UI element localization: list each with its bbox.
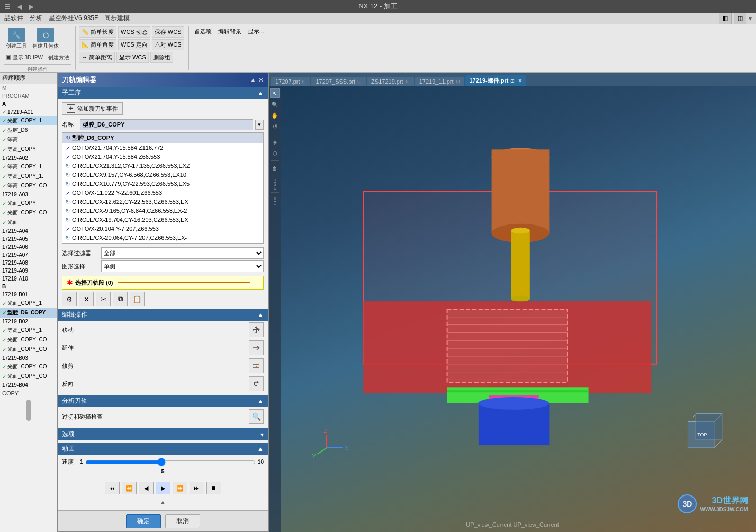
play-back-btn[interactable]: ◀ — [139, 482, 154, 494]
nav-item-b03-2[interactable]: ✓光面_COPY_CO — [0, 372, 57, 381]
path-list-item[interactable]: ↻CIRCLE/CX-20.064,CY-7.207,CZ66.553,EX- — [62, 233, 263, 242]
nav-item-b02-2[interactable]: ✓光面_COPY_CO — [0, 335, 57, 345]
edit-ops-collapse[interactable]: ▲ — [257, 311, 264, 319]
path-list-item[interactable]: ↻CIRCLE/CX9.157,CY-6.568,CZ66.553,EX10. — [62, 170, 263, 179]
menu-sync[interactable]: 同步建模 — [104, 14, 130, 23]
show-3d-ipw-btn[interactable]: ▣ 显示 3D IPW — [4, 52, 44, 62]
tool-btn-scissors[interactable]: ✂ — [96, 292, 111, 306]
nav-item-17219-a06[interactable]: 17219-A06 — [0, 243, 57, 251]
overcut-btn[interactable]: 🔍 — [249, 409, 264, 424]
move-icon-btn[interactable] — [249, 322, 264, 337]
path-list-item[interactable]: ↗GOTO/X-11.022,Y-22.601,Z66.553 — [62, 188, 263, 197]
nav-item-xingqiang-copy[interactable]: ✓型腔_D6_COPY — [0, 308, 57, 318]
tool-btn-settings[interactable]: ⚙ — [62, 292, 77, 306]
measure-angle-btn[interactable]: 📐 简单角度 — [79, 39, 116, 50]
path-list-item[interactable]: ↻CIRCLE/CX-12.622,CY-22.563,CZ66.553,EX — [62, 197, 263, 206]
vp-btn-delete2[interactable]: 🗑 — [270, 164, 280, 173]
add-new-event-btn[interactable]: + 添加新刀轨事件 — [62, 102, 123, 115]
path-item-header[interactable]: ↻ 型腔_D6_COPY — [62, 133, 263, 143]
path-list-item[interactable]: ↗GOTO/X21.704,Y-15.584,Z66.553 — [62, 152, 263, 161]
animation-collapse[interactable]: ▲ — [257, 445, 264, 453]
menu-item-3[interactable]: 星空外挂V6.935F — [49, 14, 98, 23]
nav-item-17219-b01[interactable]: 17219-B01 — [0, 291, 57, 299]
extend-icon-btn[interactable] — [249, 340, 264, 355]
viewport-3d[interactable]: ↖ 🔍 ✋ ↺ ◈ ⬡ 🗑 PNG PDF — [269, 86, 756, 532]
nav-item-b03-1[interactable]: ✓光面_COPY_CO — [0, 362, 57, 372]
path-list-item[interactable]: ↻CIRCLE/CX-19.704,CY-16.203,CZ66.553,EX — [62, 215, 263, 224]
nav-item-program[interactable]: PROGRAM — [0, 92, 57, 100]
window-controls[interactable]: ☰ ◀ ▶ — [2, 2, 36, 12]
nav-item-17219-a08[interactable]: 17219-A08 — [0, 259, 57, 267]
vp-btn-shading[interactable]: ◈ — [270, 137, 280, 147]
edit-bg-btn[interactable]: 编辑背景 — [216, 26, 244, 37]
dialog-close-btn[interactable]: ✕ — [258, 76, 264, 84]
tab-zs17219[interactable]: ZS17219.prt ⊡ — [367, 77, 414, 86]
sub-program-collapse[interactable]: ▲ — [257, 89, 264, 97]
wcs-dynamic-btn[interactable]: WCS 动态 — [118, 26, 150, 38]
scroll-more[interactable]: ▲ — [58, 497, 268, 508]
play-forward-btn[interactable]: ▶ — [156, 482, 170, 494]
nav-item-17219-a05[interactable]: 17219-A05 — [0, 235, 57, 243]
path-list[interactable]: ↻ 型腔_D6_COPY ↗GOTO/X21.704,Y-15.584,Z116… — [62, 132, 264, 244]
vp-btn-select[interactable]: ↖ — [270, 88, 280, 98]
create-method-btn[interactable]: 创建方法 — [47, 52, 71, 62]
reverse-icon-btn[interactable] — [249, 376, 264, 391]
filter-select[interactable]: 全部 — [101, 247, 264, 259]
display-btn[interactable]: 显示... — [246, 26, 266, 37]
nav-item-b02-3[interactable]: ✓光面_COPY_CO — [0, 345, 57, 354]
save-wcs-btn[interactable]: 保存 WCS — [152, 26, 184, 38]
analysis-collapse[interactable]: ▲ — [257, 398, 264, 405]
nav-item-denggao-copyco[interactable]: ✓等高_COPY_CO — [0, 181, 57, 191]
tool-btn-delete[interactable]: ✕ — [79, 292, 94, 306]
measure-length-btn[interactable]: 📏 简单长度 — [79, 26, 116, 38]
first-sel-btn[interactable]: 首选项 — [192, 26, 214, 37]
tab-17207[interactable]: 17207.prt ⊡ — [271, 77, 310, 86]
play-first-btn[interactable]: ⏮ — [105, 482, 120, 494]
icon-btn-2[interactable]: ◫ — [734, 13, 746, 24]
nav-item-17219-b03[interactable]: 17219-B03 — [0, 354, 57, 362]
tab-17219-11[interactable]: 17219_11.prt ⊡ — [415, 77, 464, 86]
nav-item-guangmian-copy[interactable]: ✓光面_COPY — [0, 199, 57, 208]
icon-btn-1[interactable]: ◧ — [719, 13, 732, 24]
expand-list-btn[interactable]: ▾ — [255, 120, 264, 130]
tab-17219-luojian[interactable]: 17219-螺件.prt ⊡ ✕ — [465, 75, 527, 86]
nav-item-denggao-copy[interactable]: ✓等高_COPY — [0, 145, 57, 154]
nav-item-copy1[interactable]: ✓光面_COPY_1 — [0, 116, 57, 125]
show-wcs-btn[interactable]: 显示 WCS — [116, 52, 149, 63]
nav-item-b02-1[interactable]: ✓等高_COPY_1 — [0, 326, 57, 335]
cancel-button[interactable]: 取消 — [165, 514, 200, 528]
wcs-orient-btn[interactable]: WCS 定向 — [118, 39, 150, 50]
dialog-minimize-btn[interactable]: ▲ — [250, 76, 256, 84]
nav-item-denggao[interactable]: ✓等高 — [0, 135, 57, 145]
vp-btn-pan[interactable]: ✋ — [270, 111, 280, 120]
path-list-item[interactable]: ↻CIRCLE/CX-9.165,CY-6.844,CZ66.553,EX-2 — [62, 206, 263, 215]
vp-btn-zoom[interactable]: 🔍 — [270, 100, 280, 109]
simple-distance-btn[interactable]: ↔ 简单距离 — [79, 52, 115, 63]
tab-17207sss[interactable]: 17207_SSS.prt ⊡ — [311, 77, 366, 86]
vp-btn-wireframe[interactable]: ⬡ — [270, 148, 280, 158]
nav-item-denggao-copy1[interactable]: ✓等高_COPY_1 — [0, 162, 57, 172]
nav-item-17219-a01[interactable]: ✓17219-A01 — [0, 108, 57, 116]
nav-item-17219-a07[interactable]: 17219-A07 — [0, 251, 57, 259]
path-list-item[interactable]: ↗GOTO/X-20.104,Y-7.207,Z66.553 — [62, 224, 263, 233]
path-list-item[interactable]: ↻CIRCLE/CX21.312,CY-17.135,CZ66.553,EXZ — [62, 161, 263, 170]
select-segment-row[interactable]: ✱ 选择刀轨段 (0) — — [62, 276, 264, 290]
tool-btn-copy2[interactable]: ⧉ — [113, 292, 128, 306]
trim-icon-btn[interactable] — [249, 358, 264, 373]
speed-slider[interactable] — [85, 458, 256, 466]
nav-item-guangmian[interactable]: ✓光面 — [0, 218, 57, 227]
play-last-btn[interactable]: ⏭ — [190, 482, 204, 494]
play-next-btn[interactable]: ⏩ — [173, 482, 187, 494]
save-wcs2-btn[interactable]: △对 WCS — [152, 39, 184, 50]
options-collapse[interactable]: ▾ — [260, 431, 264, 438]
nav-item-xingqiang-d6[interactable]: ✓型腔_D6 — [0, 125, 57, 135]
dropdown-arrow[interactable]: ▾ — [749, 15, 752, 22]
shape-select[interactable]: 单侧 — [101, 260, 264, 272]
delete-group-btn[interactable]: 删除组 — [150, 52, 173, 63]
create-tool-btn[interactable]: 🔧 创建工具 — [4, 26, 29, 51]
nav-item-17219-a03[interactable]: 17219-A03 — [0, 191, 57, 199]
nav-item-denggao-copy1a[interactable]: ✓等高_COPY_1. — [0, 172, 57, 181]
nav-item-17219-a04[interactable]: 17219-A04 — [0, 227, 57, 235]
nav-item-17219-a09[interactable]: 17219-A09 — [0, 267, 57, 275]
nav-item-17219-b04[interactable]: 17219-B04 — [0, 381, 57, 389]
